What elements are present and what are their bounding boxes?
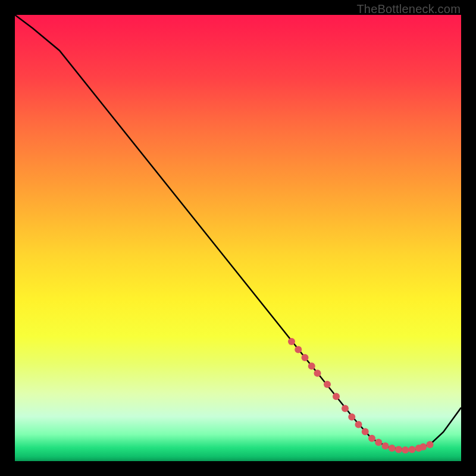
marker-dots [288, 338, 434, 453]
marker-dot [375, 439, 382, 446]
marker-dot [308, 362, 315, 369]
chart-frame: TheBottleneck.com [0, 0, 476, 476]
marker-dot [288, 338, 295, 345]
marker-dot [389, 444, 396, 452]
marker-dot [333, 393, 340, 400]
marker-dot [324, 381, 331, 388]
marker-dot [419, 443, 427, 450]
marker-dot [342, 405, 349, 412]
marker-dot [362, 428, 369, 436]
plot-area [15, 15, 461, 461]
marker-dot [402, 446, 409, 453]
valley-curve [15, 15, 461, 450]
marker-dot [314, 369, 321, 377]
marker-dot [395, 446, 402, 453]
curve-layer [15, 15, 461, 461]
marker-dot [355, 421, 362, 428]
marker-dot [382, 443, 389, 450]
marker-dot [368, 435, 375, 442]
marker-dot [409, 446, 416, 453]
attribution-text: TheBottleneck.com [356, 2, 461, 16]
marker-dot [348, 414, 355, 421]
marker-dot [427, 441, 434, 448]
marker-dot [302, 354, 309, 361]
marker-dot [295, 346, 302, 353]
